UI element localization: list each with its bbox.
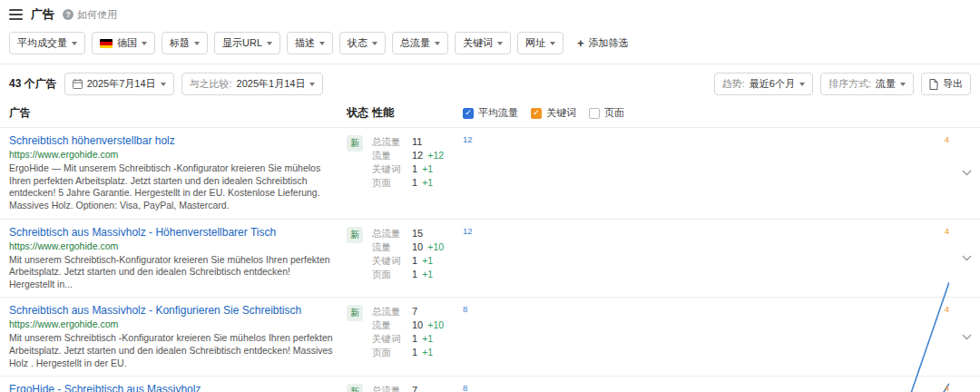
chevron-down-icon (142, 42, 147, 45)
filter-status[interactable]: 状态 (339, 32, 386, 54)
checkbox-icon: ✓ (463, 108, 474, 119)
ad-title-link[interactable]: Schreibtisch aus Massivholz - Höhenverst… (9, 226, 347, 239)
metric-value: 10 (412, 240, 423, 254)
expand-row-button[interactable] (953, 304, 980, 369)
ad-url-link[interactable]: https://www.ergohide.com (9, 318, 347, 329)
metric-label: 关键词 (372, 162, 412, 176)
performance-cell: 总流量 7 流量 10 +10 关键词 1 +1 页面 1 +1 (372, 383, 463, 392)
help-link[interactable]: ? 如何使用 (63, 8, 117, 22)
compare-date-value: 2025年1月14日 (237, 77, 306, 91)
toggle-avg-traffic[interactable]: ✓ 平均流量 (463, 106, 518, 120)
filter-title[interactable]: 标题 (162, 32, 208, 54)
chevron-down-icon (962, 170, 972, 176)
trend-range-button[interactable]: 趋势: 最近6个月 (714, 73, 813, 95)
metric-delta: +10 (427, 318, 444, 332)
metric-label: 总流量 (372, 305, 412, 318)
metric-value: 15 (412, 227, 423, 240)
metric-label: 流量 (372, 318, 412, 332)
ad-title-link[interactable]: ErgoHide - Schreibtisch aus Massivholz (9, 383, 347, 392)
checkbox-icon: ✓ (589, 108, 600, 119)
metric-label: 流量 (372, 240, 412, 254)
sort-value: 流量 (876, 77, 896, 91)
ad-url-link[interactable]: https://www.ergohide.com (9, 149, 347, 160)
date-value: 2025年7月14日 (87, 77, 156, 91)
table-header: 广告 状态 性能 ✓ 平均流量 ✓ 关键词 ✓ 页面 (0, 103, 980, 128)
ad-title-link[interactable]: Schreibtisch aus Massivholz - Konfigurie… (9, 304, 347, 317)
chart-max-label: 8 (463, 383, 467, 392)
filter-total-traffic[interactable]: 总流量 (392, 32, 448, 54)
metric-label: 页面 (372, 268, 412, 281)
metric-line: 页面 1 +1 (372, 346, 463, 359)
metric-value: 7 (412, 305, 417, 318)
filter-label: 总流量 (400, 36, 430, 50)
filter-bar: 平均成交量 德国 标题 显示URL 描述 状态 总流量 关键词 网址 + 添加筛… (0, 25, 980, 64)
expand-row-button[interactable] (953, 134, 980, 212)
date-picker-button[interactable]: 2025年7月14日 (64, 73, 174, 95)
chevron-down-icon (900, 83, 906, 86)
metric-value: 7 (412, 384, 417, 392)
compare-prefix: 与之比较: (190, 77, 232, 91)
export-label: 导出 (943, 77, 963, 91)
status-cell: 新 (347, 226, 372, 291)
metric-line: 关键词 1 +1 (372, 254, 463, 268)
chart-end-label: 4 (945, 304, 949, 314)
ad-description: ErgoHide — Mit unserem Schreibtisch -Kon… (9, 162, 347, 212)
status-badge: 新 (347, 135, 363, 152)
filter-label: 状态 (348, 36, 368, 50)
filter-label: 德国 (117, 36, 137, 50)
expand-row-button[interactable] (953, 226, 980, 291)
results-toolbar: 43 个广告 2025年7月14日 与之比较: 2025年1月14日 趋势: 最… (0, 64, 980, 103)
top-bar: 广告 ? 如何使用 (0, 0, 980, 25)
ad-row: Schreibtisch höhenverstellbar holz https… (0, 128, 980, 220)
metric-line: 总流量 7 (372, 305, 463, 318)
add-filter-button[interactable]: + 添加筛选 (570, 33, 636, 54)
metric-line: 页面 1 +1 (372, 176, 463, 190)
status-cell: 新 (347, 134, 372, 212)
ad-title-link[interactable]: Schreibtisch höhenverstellbar holz (9, 134, 347, 147)
chevron-down-icon (194, 42, 200, 45)
metric-value: 1 (412, 162, 417, 176)
metric-line: 总流量 11 (372, 135, 463, 149)
ad-cell: Schreibtisch aus Massivholz - Höhenverst… (9, 226, 347, 291)
export-button[interactable]: 导出 (921, 73, 971, 95)
metric-value: 12 (412, 149, 423, 162)
trend-chart-cell: 12 4 (463, 134, 953, 212)
status-badge: 新 (347, 384, 363, 392)
metric-label: 页面 (372, 176, 412, 190)
trend-chart-cell: 8 4 (463, 304, 953, 369)
menu-icon[interactable] (9, 9, 23, 20)
metric-line: 流量 12 +12 (372, 149, 463, 162)
metric-line: 总流量 7 (372, 384, 463, 392)
status-badge: 新 (347, 227, 363, 243)
toggle-keywords[interactable]: ✓ 关键词 (531, 106, 576, 120)
ad-row: Schreibtisch aus Massivholz - Konfigurie… (0, 298, 980, 377)
filter-display-url[interactable]: 显示URL (214, 32, 280, 54)
filter-description[interactable]: 描述 (287, 32, 333, 54)
filter-url[interactable]: 网址 (517, 32, 564, 54)
sparkline-chart (463, 316, 949, 392)
filter-avg-volume[interactable]: 平均成交量 (9, 32, 85, 54)
filter-label: 标题 (170, 36, 190, 50)
metric-line: 关键词 1 +1 (372, 162, 463, 176)
ad-description: Mit unserem Schreibtisch -Konfigurator k… (9, 332, 347, 369)
metric-line: 关键词 1 +1 (372, 332, 463, 346)
filter-label: 关键词 (463, 36, 493, 50)
filter-country[interactable]: 德国 (92, 32, 155, 54)
metric-delta: +1 (422, 332, 433, 346)
expand-row-button[interactable] (953, 383, 980, 392)
filter-keywords[interactable]: 关键词 (455, 32, 511, 54)
metric-label: 页面 (372, 346, 412, 359)
plus-icon: + (577, 37, 584, 49)
export-file-icon (929, 79, 938, 90)
ad-url-link[interactable]: https://www.ergohide.com (9, 240, 347, 251)
sort-button[interactable]: 排序方式: 流量 (820, 73, 914, 95)
ad-cell: Schreibtisch höhenverstellbar holz https… (9, 134, 347, 212)
metric-line: 总流量 15 (372, 227, 463, 240)
metric-value: 11 (412, 135, 422, 149)
compare-date-button[interactable]: 与之比较: 2025年1月14日 (181, 73, 324, 95)
metric-line: 页面 1 +1 (372, 268, 463, 281)
metric-delta: +1 (422, 176, 433, 190)
metric-value: 1 (412, 254, 417, 268)
metric-line: 流量 10 +10 (372, 318, 463, 332)
toggle-pages[interactable]: ✓ 页面 (589, 106, 624, 120)
